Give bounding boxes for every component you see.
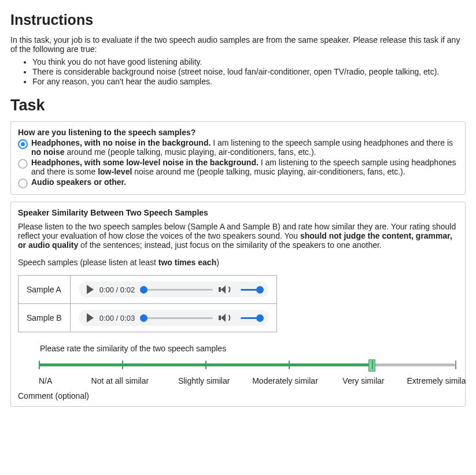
player-a-time: 0:00 / 0:02 [99,285,135,294]
sample-a-label-cell: Sample A [19,276,71,304]
sample-a-player-cell: 0:00 / 0:02 [70,276,276,304]
table-row: Sample B 0:00 / 0:03 [19,304,277,332]
scale-label: N/A [39,376,72,385]
seek-slider[interactable] [141,317,213,319]
audio-player-b[interactable]: 0:00 / 0:03 [79,310,268,326]
similarity-slider[interactable] [39,359,455,370]
listening-question: How are you listening to the speech samp… [18,128,458,137]
scale-label: Slightly similar [168,376,241,385]
seek-slider[interactable] [141,289,213,291]
scale-label: Very similar [330,376,397,385]
play-icon[interactable] [87,285,94,294]
radio-headphones-no-noise[interactable] [18,139,28,149]
sample-b-label-cell: Sample B [19,304,71,332]
slider-tick [205,361,206,369]
volume-slider[interactable] [241,289,260,291]
release-condition-item: For any reason, you can't hear the audio… [32,77,466,86]
radio-label-headphones-low-noise: Headphones, with some low-level noise in… [31,158,458,176]
similarity-panel: Speaker Similarity Between Two Speech Sa… [10,202,466,407]
release-conditions-list: You think you do not have good listening… [10,57,466,86]
scale-label: Moderately similar [241,376,330,385]
instructions-intro: In this task, your job is to evaluate if… [10,35,466,54]
instructions-heading: Instructions [10,12,466,28]
release-condition-item: You think you do not have good listening… [32,57,466,66]
radio-headphones-low-noise[interactable] [18,159,28,169]
radio-label-headphones-no-noise: Headphones, with no noise in the backgro… [31,138,458,157]
scale-labels-row: N/ANot at all similarSlightly similarMod… [39,376,466,385]
sample-b-player-cell: 0:00 / 0:03 [70,304,276,332]
listening-conditions-panel: How are you listening to the speech samp… [10,121,466,195]
task-heading: Task [10,97,466,114]
volume-slider[interactable] [241,317,260,319]
listen-prompt: Speech samples (please listen at least t… [18,258,458,267]
scale-label: Extremely similar [397,376,466,385]
similarity-title: Speaker Similarity Between Two Speech Sa… [18,208,458,217]
table-row: Sample A 0:00 / 0:02 [19,276,277,304]
slider-tick [39,361,40,369]
slider-tick [122,361,123,369]
release-condition-item: There is considerable background noise (… [32,67,466,76]
slider-tick [289,361,290,369]
radio-label-speakers-other: Audio speakers or other. [31,177,126,187]
radio-speakers-other[interactable] [18,179,28,188]
samples-table: Sample A 0:00 / 0:02 Sample B [18,275,277,332]
audio-player-a[interactable]: 0:00 / 0:02 [79,281,268,298]
play-icon[interactable] [87,313,94,322]
slider-tick [455,361,456,369]
similarity-description: Please listen to the two speech samples … [18,222,458,250]
scale-label: Not at all similar [72,376,168,385]
comment-label: Comment (optional) [18,391,458,400]
slider-prompt: Please rate the similarity of the two sp… [40,344,458,353]
slider-tick [372,361,373,369]
player-b-time: 0:00 / 0:03 [99,314,135,322]
